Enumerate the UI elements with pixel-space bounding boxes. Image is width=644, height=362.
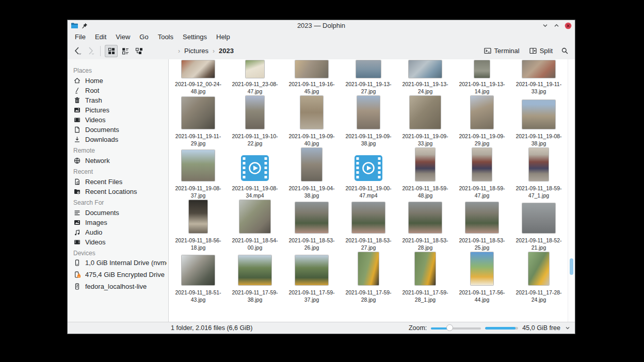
file-item-2021-09-11-17-59-37-jpg[interactable]: 2021-09-11_17-59-37.jpg: [283, 251, 340, 303]
minimize-button[interactable]: [542, 22, 549, 29]
menu-edit[interactable]: Edit: [90, 32, 111, 42]
file-item-2021-09-11-18-53-28-jpg[interactable]: 2021-09-11_18-53-28.jpg: [397, 199, 454, 251]
breadcrumb-chevron-icon[interactable]: ›: [211, 47, 217, 55]
file-item-2021-09-11-18-53-27-jpg[interactable]: 2021-09-11_18-53-27.jpg: [340, 199, 397, 251]
file-item-2021-09-11-18-56-18-jpg[interactable]: 2021-09-11_18-56-18.jpg: [170, 199, 227, 251]
file-item-2021-09-12-00-24-48-jpg[interactable]: 2021-09-12_00-24-48.jpg: [170, 59, 227, 95]
image-thumbnail: [300, 96, 323, 129]
image-thumbnail: [295, 255, 328, 285]
terminal-button[interactable]: Terminal: [480, 45, 523, 56]
file-item-2021-09-11-19-08-34-mp4[interactable]: 2021-09-11_19-08-34.mp4: [227, 147, 283, 199]
close-button[interactable]: [565, 22, 572, 29]
file-item-2021-09-11-19-09-38-jpg[interactable]: 2021-09-11_19-09-38.jpg: [340, 95, 397, 147]
file-item-2021-09-11-17-28-24-jpg[interactable]: 2021-09-11_17-28-24.jpg: [510, 251, 567, 303]
sidebar-item-fedora-localhost-live[interactable]: fedora_localhost-live: [68, 282, 168, 294]
file-item-2021-09-11-17-56-44-jpg[interactable]: 2021-09-11_17-56-44.jpg: [454, 251, 510, 303]
file-item-2021-09-11-17-59-38-jpg[interactable]: 2021-09-11_17-59-38.jpg: [227, 251, 283, 303]
file-item-2021-09-11-18-59-47-1-jpg[interactable]: 2021-09-11_18-59-47_1.jpg: [510, 147, 567, 199]
sidebar-item-network[interactable]: Network: [68, 156, 168, 166]
sidebar-item-documents[interactable]: Documents: [68, 208, 168, 218]
image-thumbnail: [472, 148, 492, 181]
image-thumbnail: [295, 60, 328, 78]
file-row: 2021-09-11_18-56-18.jpg2021-09-11_18-54-…: [170, 199, 566, 251]
file-item-2021-09-11-18-53-25-jpg[interactable]: 2021-09-11_18-53-25.jpg: [454, 199, 510, 251]
file-item-2021-09-11-19-13-14-jpg[interactable]: 2021-09-11_19-13-14.jpg: [454, 59, 510, 95]
file-item-2021-09-11-17-59-28-jpg[interactable]: 2021-09-11_17-59-28.jpg: [340, 251, 397, 303]
file-name: 2021-09-11_18-56-18.jpg: [171, 237, 226, 251]
file-item-2021-09-11-19-00-47-mp4[interactable]: 2021-09-11_19-00-47.mp4: [340, 147, 397, 199]
sidebar-item-1-0-gib-internal-drive-nvme0n[interactable]: 1,0 GiB Internal Drive (nvme0n…: [68, 258, 168, 270]
file-item-2021-09-11-18-59-47-jpg[interactable]: 2021-09-11_18-59-47.jpg: [454, 147, 510, 199]
sidebar-item-root[interactable]: Root: [68, 86, 168, 95]
details-view-button[interactable]: [119, 45, 132, 57]
file-item-2021-09-11-18-52-21-jpg[interactable]: 2021-09-11_18-52-21.jpg: [510, 199, 567, 251]
file-item-2021-09-11-18-53-26-jpg[interactable]: 2021-09-11_18-53-26.jpg: [283, 199, 340, 251]
image-thumbnail: [474, 60, 490, 78]
breadcrumb-pictures[interactable]: Pictures: [183, 46, 210, 55]
forward-button[interactable]: [84, 45, 96, 57]
file-item-2021-09-11-19-08-37-jpg[interactable]: 2021-09-11_19-08-37.jpg: [170, 147, 227, 199]
image-thumbnail: [356, 60, 381, 78]
sidebar-item-home[interactable]: Home: [68, 76, 168, 86]
zoom-slider-handle[interactable]: [446, 324, 453, 331]
menu-help[interactable]: Help: [212, 32, 235, 42]
file-name: 2021-09-11_18-53-25.jpg: [455, 237, 509, 251]
sidebar-item-images[interactable]: Images: [68, 218, 168, 227]
menu-view[interactable]: View: [111, 32, 135, 42]
file-item-2021-09-11-19-13-24-jpg[interactable]: 2021-09-11_19-13-24.jpg: [397, 59, 454, 95]
file-item-2021-09-11-19-09-40-jpg[interactable]: 2021-09-11_19-09-40.jpg: [283, 95, 340, 147]
file-item-2021-09-11-19-16-45-jpg[interactable]: 2021-09-11_19-16-45.jpg: [283, 59, 340, 95]
document-icon: [73, 126, 81, 134]
file-item-2021-09-11-19-10-22-jpg[interactable]: 2021-09-11_19-10-22.jpg: [227, 95, 283, 147]
toolbar-separator: [100, 46, 101, 56]
split-button[interactable]: Split: [525, 45, 556, 56]
statusbar-chevron-down-icon[interactable]: [565, 325, 571, 331]
breadcrumb-chevron-icon[interactable]: ›: [176, 47, 182, 55]
file-item-2021-09-11-23-08-47-jpg[interactable]: 2021-09-11_23-08-47.jpg: [227, 59, 283, 95]
sidebar-item-trash[interactable]: Trash: [68, 95, 168, 105]
zoom-slider[interactable]: [431, 324, 481, 332]
file-view[interactable]: 2021-09-12_00-24-48.jpg2021-09-11_23-08-…: [169, 59, 575, 322]
menu-settings[interactable]: Settings: [178, 32, 212, 42]
sidebar-item-recent-locations[interactable]: Recent Locations: [68, 187, 168, 196]
file-item-2021-09-11-19-09-33-jpg[interactable]: 2021-09-11_19-09-33.jpg: [397, 95, 454, 147]
menu-tools[interactable]: Tools: [153, 32, 178, 42]
menu-go[interactable]: Go: [135, 32, 153, 42]
video-icon: [73, 238, 81, 246]
vertical-scrollbar[interactable]: [568, 59, 575, 322]
file-item-2021-09-11-18-51-43-jpg[interactable]: 2021-09-11_18-51-43.jpg: [170, 251, 227, 303]
search-button[interactable]: [558, 45, 571, 57]
menu-file[interactable]: File: [70, 32, 90, 42]
file-item-2021-09-11-17-59-28-1-jpg[interactable]: 2021-09-11_17-59-28_1.jpg: [397, 251, 454, 303]
network-icon: [73, 157, 81, 164]
breadcrumb-2023[interactable]: 2023: [218, 46, 235, 55]
sidebar-item-downloads[interactable]: Downloads: [68, 135, 168, 144]
file-item-2021-09-11-19-11-33-jpg[interactable]: 2021-09-11_19-11-33.jpg: [510, 59, 567, 95]
file-item-2021-09-11-19-09-29-jpg[interactable]: 2021-09-11_19-09-29.jpg: [454, 95, 510, 147]
sidebar-item-recent-files[interactable]: Recent Files: [68, 177, 168, 187]
file-name: 2021-09-11_18-52-21.jpg: [511, 237, 566, 251]
file-name: 2021-09-11_18-51-43.jpg: [171, 289, 226, 303]
file-item-2021-09-11-18-54-00-jpg[interactable]: 2021-09-11_18-54-00.jpg: [227, 199, 283, 251]
file-item-2021-09-11-19-08-38-jpg[interactable]: 2021-09-11_19-08-38.jpg: [510, 95, 567, 147]
maximize-button[interactable]: [553, 22, 560, 29]
sidebar-item-documents[interactable]: Documents: [68, 125, 168, 135]
file-item-2021-09-11-19-11-29-jpg[interactable]: 2021-09-11_19-11-29.jpg: [170, 95, 227, 147]
sidebar-item-videos[interactable]: Videos: [68, 237, 168, 247]
file-name: 2021-09-11_19-04-38.jpg: [284, 185, 339, 199]
scrollbar-thumb[interactable]: [570, 258, 573, 275]
sidebar-item-475-4-gib-encrypted-drive[interactable]: 475,4 GiB Encrypted Drive: [68, 270, 168, 282]
file-grid: 2021-09-12_00-24-48.jpg2021-09-11_23-08-…: [170, 59, 566, 303]
sidebar-item-videos[interactable]: Videos: [68, 115, 168, 125]
tree-view-button[interactable]: [133, 45, 146, 57]
file-item-2021-09-11-19-13-27-jpg[interactable]: 2021-09-11_19-13-27.jpg: [340, 59, 397, 95]
file-item-2021-09-11-18-59-48-jpg[interactable]: 2021-09-11_18-59-48.jpg: [397, 147, 454, 199]
file-item-2021-09-11-19-04-38-jpg[interactable]: 2021-09-11_19-04-38.jpg: [283, 147, 340, 199]
free-space-label: 45,0 GiB free: [522, 324, 560, 332]
back-button[interactable]: [72, 45, 84, 57]
icons-view-button[interactable]: [105, 45, 118, 57]
image-thumbnail: [522, 100, 555, 129]
sidebar-item-audio[interactable]: Audio: [68, 227, 168, 237]
sidebar-item-pictures[interactable]: Pictures: [68, 105, 168, 115]
titlebar[interactable]: 2023 — Dolphin: [68, 20, 575, 31]
